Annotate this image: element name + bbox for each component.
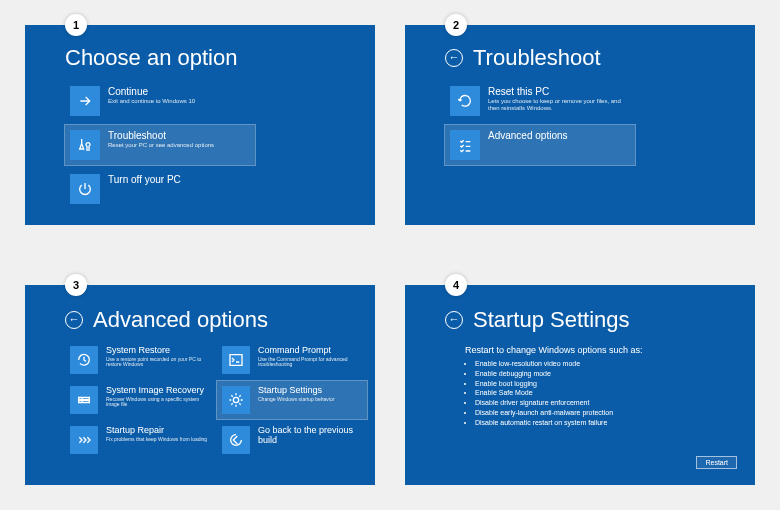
cmd-icon	[222, 346, 250, 374]
step-badge-4: 4	[445, 274, 467, 296]
back-button[interactable]: ←	[445, 311, 463, 329]
advanced-tile-0[interactable]: System RestoreUse a restore point record…	[65, 341, 215, 379]
tile-desc: Recover Windows using a specific system …	[106, 397, 210, 408]
tile-label: Startup Settings	[258, 386, 334, 396]
tile-label: Reset this PC	[488, 86, 630, 97]
tools-icon	[70, 130, 100, 160]
advanced-tile-1[interactable]: Command PromptUse the Command Prompt for…	[217, 341, 367, 379]
page-title: Troubleshoot	[473, 45, 601, 71]
tile-desc: Use the Command Prompt for advanced trou…	[258, 357, 362, 368]
step-badge-2: 2	[445, 14, 467, 36]
choose-option-tile-2[interactable]: Turn off your PC	[65, 169, 255, 209]
back-button[interactable]: ←	[65, 311, 83, 329]
tile-desc: Reset your PC or see advanced options	[108, 142, 214, 149]
tile-desc: Exit and continue to Windows 10	[108, 98, 195, 105]
tile-label: System Image Recovery	[106, 386, 210, 396]
page-title: Choose an option	[65, 45, 237, 71]
tile-label: Continue	[108, 86, 195, 97]
panel-troubleshoot: ← Troubleshoot Reset this PCLets you cho…	[405, 25, 755, 225]
choose-option-tile-1[interactable]: TroubleshootReset your PC or see advance…	[65, 125, 255, 165]
advanced-tile-5[interactable]: Go back to the previous build	[217, 421, 367, 459]
startup-option-3: Enable Safe Mode	[475, 388, 755, 398]
panel-choose-option: Choose an option ContinueExit and contin…	[25, 25, 375, 225]
restart-button[interactable]: Restart	[696, 456, 737, 469]
panel-startup-settings: ← Startup Settings Restart to change Win…	[405, 285, 755, 485]
page-title: Startup Settings	[473, 307, 630, 333]
tile-desc: Lets you choose to keep or remove your f…	[488, 98, 630, 111]
tile-desc: Fix problems that keep Windows from load…	[106, 437, 207, 443]
repair-icon	[70, 426, 98, 454]
tile-label: Advanced options	[488, 130, 568, 141]
startup-option-5: Disable early-launch anti-malware protec…	[475, 408, 755, 418]
tile-label: Troubleshoot	[108, 130, 214, 141]
reset-icon	[450, 86, 480, 116]
troubleshoot-tile-1[interactable]: Advanced options	[445, 125, 635, 165]
tile-label: Go back to the previous build	[258, 426, 362, 446]
startup-option-1: Enable debugging mode	[475, 369, 755, 379]
step-badge-1: 1	[65, 14, 87, 36]
startup-option-2: Enable boot logging	[475, 379, 755, 389]
startup-option-0: Enable low-resolution video mode	[475, 359, 755, 369]
restore-icon	[70, 346, 98, 374]
image-icon	[70, 386, 98, 414]
subtitle: Restart to change Windows options such a…	[405, 333, 755, 359]
power-icon	[70, 174, 100, 204]
choose-option-tile-0[interactable]: ContinueExit and continue to Windows 10	[65, 81, 255, 121]
advanced-tile-4[interactable]: Startup RepairFix problems that keep Win…	[65, 421, 215, 459]
back-button[interactable]: ←	[445, 49, 463, 67]
step-badge-3: 3	[65, 274, 87, 296]
tile-desc: Change Windows startup behavior	[258, 397, 334, 403]
troubleshoot-tile-0[interactable]: Reset this PCLets you choose to keep or …	[445, 81, 635, 121]
tile-desc: Use a restore point recorded on your PC …	[106, 357, 210, 368]
panel-advanced-options: ← Advanced options System RestoreUse a r…	[25, 285, 375, 485]
page-title: Advanced options	[93, 307, 268, 333]
list-icon	[450, 130, 480, 160]
startup-option-4: Disable driver signature enforcement	[475, 398, 755, 408]
advanced-tile-3[interactable]: Startup SettingsChange Windows startup b…	[217, 381, 367, 419]
advanced-tile-2[interactable]: System Image RecoveryRecover Windows usi…	[65, 381, 215, 419]
tile-label: Turn off your PC	[108, 174, 181, 185]
gear-icon	[222, 386, 250, 414]
tile-label: System Restore	[106, 346, 210, 356]
back-build-icon	[222, 426, 250, 454]
tile-label: Command Prompt	[258, 346, 362, 356]
arrow-right-icon	[70, 86, 100, 116]
tile-label: Startup Repair	[106, 426, 207, 436]
startup-option-6: Disable automatic restart on system fail…	[475, 418, 755, 428]
startup-options-list: Enable low-resolution video modeEnable d…	[405, 359, 755, 428]
